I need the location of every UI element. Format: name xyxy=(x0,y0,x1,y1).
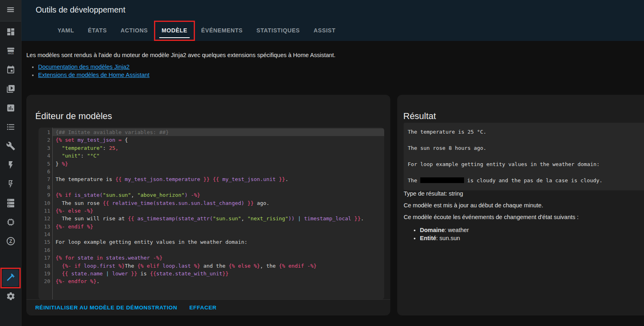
template-code-editor[interactable]: 1234567891011121314151617181920 {## Imit… xyxy=(39,128,384,300)
intro-links: Documentation des modèles Jinja2Extensio… xyxy=(21,64,644,78)
code-line-7[interactable]: The temperature is {{ my_test_json.tempe… xyxy=(56,175,384,183)
gear-icon xyxy=(6,292,15,303)
code-line-2[interactable]: {% set my_test_json = { xyxy=(56,136,384,144)
code-line-17[interactable]: {% for state in states.weather -%} xyxy=(56,254,384,262)
result-output: The temperature is 25 °C. The sun rose 8… xyxy=(404,123,644,190)
result-output-line: For loop example getting entity values i… xyxy=(408,160,644,168)
tab-etats[interactable]: ÉTATS xyxy=(81,19,114,41)
line-number: 9 xyxy=(39,191,50,199)
code-line-12[interactable]: The sun will rise at {{ as_timestamp(sta… xyxy=(56,215,384,222)
line-number: 2 xyxy=(39,136,50,144)
tab-evenements[interactable]: ÉVÉNEMENTS xyxy=(194,19,249,41)
sidebar: HACSZ xyxy=(0,0,21,326)
line-number: 5 xyxy=(39,160,50,168)
doc-link-documentation-des-modeles-jinja2[interactable]: Documentation des modèles Jinja2 xyxy=(38,64,130,70)
svg-text:HACS: HACS xyxy=(8,52,14,55)
line-number: 7 xyxy=(39,175,50,183)
doc-link-extensions-de-modeles-de-home-assistant[interactable]: Extensions de modèles de Home Assistant xyxy=(38,72,150,78)
sidebar-item-calendar[interactable] xyxy=(0,61,21,80)
result-output-line: The temperature is 25 °C. xyxy=(408,128,644,136)
code-line-8[interactable] xyxy=(56,183,384,191)
flash-icon xyxy=(6,160,15,171)
tab-modele[interactable]: MODÈLE xyxy=(155,19,195,41)
line-number: 1 xyxy=(39,128,50,136)
result-output-line: The sun rose 8 hours ago. xyxy=(408,144,644,152)
listener-domaine: Domaine: weather xyxy=(420,227,640,233)
editor-line-numbers: 1234567891011121314151617181920 xyxy=(39,128,53,300)
sidebar-item-settings[interactable] xyxy=(0,288,21,307)
code-line-16[interactable] xyxy=(56,246,384,254)
code-line-11[interactable]: {%- else -%} xyxy=(56,207,384,215)
media-play-icon xyxy=(6,84,15,95)
tab-assist[interactable]: ASSIST xyxy=(307,19,342,41)
sidebar-item-media[interactable] xyxy=(0,80,21,99)
zigbee-icon: Z xyxy=(6,237,15,247)
line-number: 12 xyxy=(39,215,50,222)
code-line-9[interactable]: {% if is_state("sun.sun", "above_horizon… xyxy=(56,191,384,199)
code-line-5[interactable]: } %} xyxy=(56,160,384,168)
sidebar-item-developer-tools[interactable] xyxy=(0,268,21,288)
reinitialiser-au-modele-de-demonstration-button[interactable]: RÉINITIALISER AU MODÈLE DE DÉMONSTRATION xyxy=(35,305,177,311)
line-number: 8 xyxy=(39,183,50,191)
list-icon xyxy=(6,122,15,133)
code-line-4[interactable]: "unit": "°C" xyxy=(56,152,384,160)
sidebar-item-dashboard[interactable] xyxy=(0,23,21,42)
result-output-line xyxy=(408,168,644,177)
sidebar-item-zigbee[interactable]: Z xyxy=(0,232,21,251)
sidebar-item-hacs[interactable]: HACS xyxy=(0,42,21,61)
app-header: Outils de développement YAMLÉTATSACTIONS… xyxy=(21,0,644,41)
line-number: 10 xyxy=(39,199,50,207)
result-card: Résultat The temperature is 25 °C. The s… xyxy=(397,95,644,315)
calendar-icon xyxy=(6,65,15,76)
server-icon xyxy=(6,198,15,209)
code-line-3[interactable]: "temperature": 25, xyxy=(56,144,384,152)
tab-actions[interactable]: ACTIONS xyxy=(114,19,155,41)
line-number: 20 xyxy=(39,277,50,285)
line-number: 18 xyxy=(39,262,50,270)
result-type-line: Type de résultat: string xyxy=(404,190,640,197)
line-number: 6 xyxy=(39,168,50,175)
svg-text:Z: Z xyxy=(9,239,12,244)
sidebar-item-wrench[interactable] xyxy=(0,137,21,156)
code-line-10[interactable]: The sun rose {{ relative_time(states.sun… xyxy=(56,199,384,207)
line-number: 17 xyxy=(39,254,50,262)
sidebar-item-history[interactable] xyxy=(0,99,21,118)
code-line-14[interactable] xyxy=(56,230,384,238)
sidebar-item-energy[interactable] xyxy=(0,156,21,175)
editor-card-title: Éditeur de modèles xyxy=(35,111,112,121)
cards-row: Éditeur de modèles 123456789101112131415… xyxy=(26,95,644,315)
sidebar-menu-button[interactable] xyxy=(0,0,21,21)
code-line-15[interactable]: For loop example getting entity values i… xyxy=(56,238,384,246)
editor-actions: RÉINITIALISER AU MODÈLE DE DÉMONSTRATION… xyxy=(26,299,390,315)
sidebar-item-flash-outline[interactable] xyxy=(0,175,21,194)
page-title: Outils de développement xyxy=(36,5,125,15)
tab-yaml[interactable]: YAML xyxy=(51,19,81,41)
sidebar-item-todo-list[interactable] xyxy=(0,118,21,137)
tab-statistiques[interactable]: STATISTIQUES xyxy=(250,19,307,41)
code-line-18[interactable]: {%- if loop.first %}The {% elif loop.las… xyxy=(56,262,384,270)
sidebar-item-server[interactable] xyxy=(0,194,21,213)
line-number: 14 xyxy=(39,230,50,238)
intro-link-item: Documentation des modèles Jinja2 xyxy=(38,64,644,70)
code-line-6[interactable] xyxy=(56,168,384,175)
intro-link-item: Extensions de modèles de Home Assistant xyxy=(38,72,644,78)
chart-box-icon xyxy=(6,103,15,114)
line-number: 16 xyxy=(39,246,50,254)
line-number: 3 xyxy=(39,144,50,152)
code-line-13[interactable]: {%- endif %} xyxy=(56,223,384,230)
wrench-icon xyxy=(6,141,15,152)
line-number: 15 xyxy=(39,238,50,246)
chip-icon xyxy=(6,217,15,228)
line-number: 4 xyxy=(39,152,50,160)
listener-entite: Entité: sun.sun xyxy=(420,235,640,241)
code-line-1[interactable]: {## Imitate available variables: ##} xyxy=(53,128,384,136)
main-content: Les modèles sont rendus à l'aide du mote… xyxy=(21,41,644,326)
line-number: 13 xyxy=(39,223,50,230)
code-line-20[interactable]: {%- endfor %}. xyxy=(56,277,384,285)
dashboard-icon xyxy=(6,27,15,38)
editor-code-lines[interactable]: {## Imitate available variables: ##}{% s… xyxy=(53,128,384,300)
sidebar-item-chip[interactable] xyxy=(0,213,21,232)
effacer-button[interactable]: EFFACER xyxy=(189,305,216,311)
line-number: 11 xyxy=(39,207,50,215)
code-line-19[interactable]: {{ state.name | lower }} is {{state.stat… xyxy=(56,270,384,277)
